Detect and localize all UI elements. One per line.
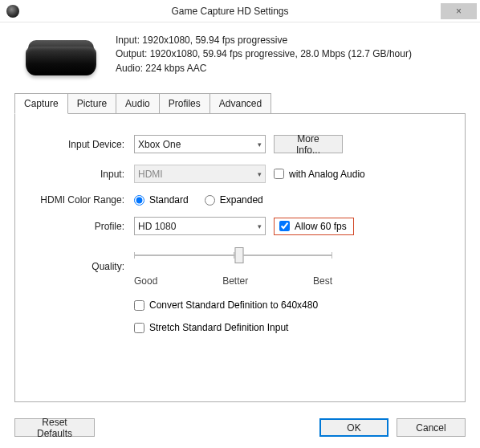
tab-audio[interactable]: Audio — [116, 93, 160, 114]
quality-slider-labels: Good Better Best — [134, 275, 332, 287]
tab-advanced[interactable]: Advanced — [209, 93, 271, 114]
tab-profiles[interactable]: Profiles — [159, 93, 210, 114]
summary-input: Input: 1920x1080, 59.94 fps progressive — [116, 34, 412, 47]
app-icon — [6, 5, 19, 18]
label-quality: Quality: — [31, 261, 134, 272]
label-input-device: Input Device: — [31, 139, 134, 150]
convert-sd-checkbox[interactable]: Convert Standard Definition to 640x480 — [134, 299, 318, 311]
stretch-sd-checkbox[interactable]: Stretch Standard Definition Input — [134, 322, 288, 333]
chevron-down-icon: ▾ — [258, 141, 262, 149]
summary-output: Output: 1920x1080, 59.94 fps progressive… — [116, 47, 412, 61]
more-info-button[interactable]: More Info... — [274, 135, 343, 153]
tab-panel-capture: Input Device: Xbox One ▾ More Info... In… — [14, 113, 466, 402]
summary-audio: Audio: 224 kbps AAC — [116, 62, 412, 75]
tab-capture[interactable]: Capture — [14, 93, 68, 114]
chevron-down-icon: ▾ — [258, 222, 262, 230]
close-icon: × — [456, 6, 462, 17]
quality-slider[interactable] — [134, 246, 332, 264]
summary-text: Input: 1920x1080, 59.94 fps progressive … — [116, 34, 412, 79]
cancel-button[interactable]: Cancel — [397, 418, 466, 437]
reset-defaults-button[interactable]: Reset Defaults — [14, 418, 95, 437]
ok-button[interactable]: OK — [319, 418, 388, 437]
tab-strip: Capture Picture Audio Profiles Advanced — [14, 93, 466, 114]
dialog-footer: Reset Defaults OK Cancel — [14, 418, 466, 437]
device-image — [26, 35, 98, 79]
close-button[interactable]: × — [441, 3, 477, 19]
analog-audio-checkbox[interactable]: with Analog Audio — [274, 169, 365, 180]
allow-60fps-highlight: Allow 60 fps — [274, 218, 354, 235]
label-color-range: HDMI Color Range: — [31, 194, 134, 206]
slider-label-best: Best — [313, 275, 332, 287]
profile-select[interactable]: HD 1080 ▾ — [134, 217, 266, 235]
summary-section: Input: 1920x1080, 59.94 fps progressive … — [14, 34, 466, 79]
radio-standard[interactable]: Standard — [134, 194, 189, 206]
title-bar: Game Capture HD Settings × — [0, 0, 480, 22]
slider-label-better: Better — [222, 275, 248, 287]
input-select: HDMI ▾ — [134, 165, 266, 183]
label-input: Input: — [31, 169, 134, 180]
window-title: Game Capture HD Settings — [19, 6, 441, 17]
allow-60fps-checkbox[interactable]: Allow 60 fps — [279, 221, 347, 232]
tab-picture[interactable]: Picture — [67, 93, 116, 114]
radio-expanded[interactable]: Expanded — [205, 194, 263, 206]
input-device-select[interactable]: Xbox One ▾ — [134, 135, 266, 153]
chevron-down-icon: ▾ — [258, 170, 262, 178]
slider-label-good: Good — [134, 275, 157, 287]
dialog-content: Input: 1920x1080, 59.94 fps progressive … — [0, 22, 480, 412]
label-profile: Profile: — [31, 221, 134, 232]
